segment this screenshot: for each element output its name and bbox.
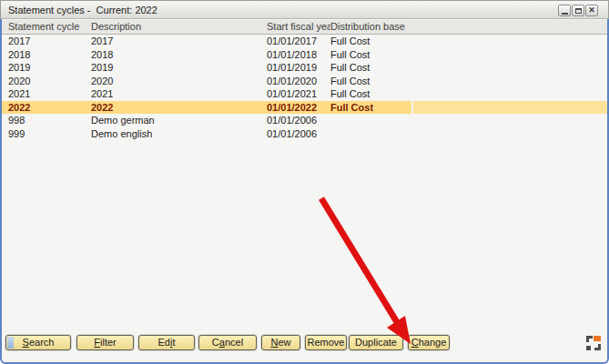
edit-button[interactable]: Edit xyxy=(138,335,195,350)
cell-statement-cycle: 2018 xyxy=(2,48,91,62)
cell-statement-cycle: 2017 xyxy=(2,35,91,48)
column-header-distribution-base[interactable]: Distribution base xyxy=(330,20,607,34)
table-row[interactable]: 2021 2021 01/01/2021 Full Cost xyxy=(2,87,607,101)
cell-description: 2017 xyxy=(91,35,267,48)
focus-indicator xyxy=(7,337,14,349)
cell-start-fiscal-year: 01/01/2006 xyxy=(267,114,330,127)
table-header-row: Statement cycle Description Start fiscal… xyxy=(2,20,607,35)
table-row[interactable]: 2020 2020 01/01/2020 Full Cost xyxy=(2,75,607,88)
cell-distribution-base: Full Cost xyxy=(330,75,607,88)
table-row[interactable]: 999 Demo english 01/01/2006 xyxy=(2,127,607,141)
cell-distribution-base: Full Cost xyxy=(330,101,607,115)
cell-distribution-base: Full Cost xyxy=(330,48,607,62)
statement-cycles-window: Statement cycles - Current: 2022 Stateme… xyxy=(0,0,609,364)
cell-statement-cycle: 2021 xyxy=(2,87,91,101)
table-row[interactable]: 2019 2019 01/01/2019 Full Cost xyxy=(2,61,607,75)
new-button[interactable]: New xyxy=(261,335,300,350)
table-row[interactable]: 998 Demo german 01/01/2006 xyxy=(2,114,607,127)
window-content: Statement cycle Description Start fiscal… xyxy=(0,19,609,364)
remove-button[interactable]: Remove xyxy=(305,335,347,350)
cell-description: 2022 xyxy=(91,101,267,115)
table-body: 2017 2017 01/01/2017 Full Cost 2018 2018… xyxy=(2,35,607,140)
change-button[interactable]: Change xyxy=(408,335,450,350)
cell-distribution-base xyxy=(330,114,607,127)
cell-distribution-base: Full Cost xyxy=(330,87,607,101)
window-title: Statement cycles - Current: 2022 xyxy=(8,5,157,15)
minimize-button[interactable] xyxy=(558,5,571,16)
cell-statement-cycle: 998 xyxy=(2,114,91,127)
cell-start-fiscal-year: 01/01/2020 xyxy=(267,75,330,88)
cell-start-fiscal-year: 01/01/2017 xyxy=(267,35,330,48)
cell-distribution-base: Full Cost xyxy=(330,61,607,75)
cell-description: 2018 xyxy=(91,48,267,62)
maximize-button[interactable] xyxy=(572,5,584,16)
duplicate-button[interactable]: Duplicate xyxy=(349,335,403,350)
cancel-button[interactable]: Cancel xyxy=(198,335,257,350)
expand-form-icon[interactable] xyxy=(586,336,601,350)
cell-start-fiscal-year: 01/01/2019 xyxy=(267,61,330,75)
cell-description: Demo german xyxy=(91,114,267,127)
cell-start-fiscal-year: 01/01/2006 xyxy=(267,127,330,141)
filter-button[interactable]: Filter xyxy=(76,335,134,350)
cell-start-fiscal-year: 01/01/2022 xyxy=(267,101,330,115)
table-row[interactable]: 2018 2018 01/01/2018 Full Cost xyxy=(2,48,607,62)
table-row[interactable]: 2017 2017 01/01/2017 Full Cost xyxy=(2,35,607,48)
cell-start-fiscal-year: 01/01/2018 xyxy=(267,48,330,62)
column-header-start-fiscal-year[interactable]: Start fiscal year xyxy=(267,20,330,34)
cell-distribution-base xyxy=(330,127,607,141)
title-bar: Statement cycles - Current: 2022 xyxy=(0,0,609,19)
close-icon xyxy=(588,6,595,15)
maximize-icon xyxy=(575,8,582,14)
cell-statement-cycle: 2022 xyxy=(2,101,91,115)
cell-start-fiscal-year: 01/01/2021 xyxy=(267,87,330,101)
cell-distribution-base: Full Cost xyxy=(330,35,607,48)
cell-description: 2020 xyxy=(91,75,267,88)
search-button[interactable]: Search xyxy=(5,335,71,350)
close-button[interactable] xyxy=(585,5,598,16)
cell-statement-cycle: 2020 xyxy=(2,75,91,88)
column-header-statement-cycle[interactable]: Statement cycle xyxy=(2,20,91,34)
table-row-selected[interactable]: 2022 2022 01/01/2022 Full Cost xyxy=(2,101,607,115)
cell-description: Demo english xyxy=(91,127,267,141)
column-header-description[interactable]: Description xyxy=(91,20,267,34)
cell-description: 2021 xyxy=(91,87,267,101)
minimize-icon xyxy=(562,13,568,15)
cell-statement-cycle: 2019 xyxy=(2,61,91,75)
cell-statement-cycle: 999 xyxy=(2,127,91,141)
cell-description: 2019 xyxy=(91,61,267,75)
